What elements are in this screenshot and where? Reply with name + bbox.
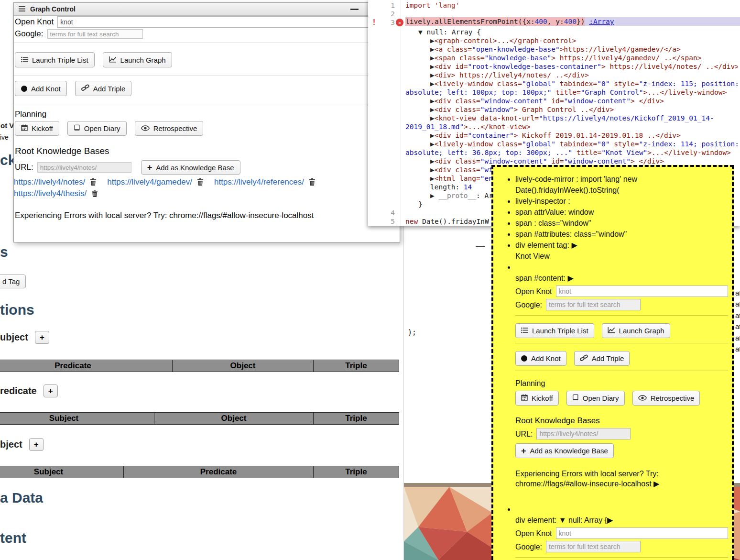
- code-token: ▼ null: Array {: [418, 28, 481, 36]
- inspector-line[interactable]: ▶<a class="open-knowledge-base">https://…: [405, 45, 738, 54]
- google-search-input[interactable]: [47, 29, 143, 39]
- code-line[interactable]: import 'lang': [405, 1, 740, 10]
- add-button[interactable]: +: [35, 331, 49, 344]
- retrospective-button[interactable]: Retrospective: [135, 121, 204, 136]
- trash-icon[interactable]: [309, 178, 316, 186]
- code-token: <div class=: [435, 166, 480, 174]
- error-x-icon[interactable]: ✕: [396, 19, 403, 26]
- code-token: ▶: [430, 37, 435, 44]
- open-knot-input[interactable]: [556, 527, 729, 539]
- inspector-line[interactable]: ▶<div class="window-content" id="window-…: [405, 97, 738, 105]
- add-knot-button[interactable]: Add Knot: [515, 351, 566, 366]
- calendar-icon: [21, 124, 28, 132]
- google-label: Google:: [515, 299, 542, 310]
- url-input[interactable]: [536, 428, 631, 439]
- add-triple-button[interactable]: Add Triple: [75, 81, 132, 96]
- clipped-text-fragment: at: [735, 345, 740, 353]
- inspector-line[interactable]: ▼ null: Array {: [405, 28, 738, 36]
- trash-icon[interactable]: [91, 190, 98, 198]
- code-token: "knowledge-base": [485, 54, 552, 62]
- inspector-line[interactable]: absolute; left: 36.8px; top: 300px; ..."…: [405, 148, 738, 157]
- url-input[interactable]: [37, 162, 131, 173]
- plus-icon: +: [147, 163, 152, 172]
- inspector-line[interactable]: 2019_01_18.md">...</knot-view>: [405, 122, 738, 131]
- retrospective-button[interactable]: Retrospective: [632, 391, 700, 406]
- button-label: Retrospective: [651, 394, 695, 402]
- circle-icon: [21, 86, 27, 92]
- line-number-gutter: ! ✕ 12345: [368, 0, 401, 226]
- inspector-line[interactable]: ▶<span class="knowledge-base"> https://l…: [405, 54, 738, 62]
- button-label: Retrospective: [153, 124, 197, 132]
- inspector-line[interactable]: ▶<div class="window"> Graph Control ..</…: [405, 105, 738, 114]
- code-token: <div class=: [435, 106, 480, 113]
- kickoff-button[interactable]: Kickoff: [15, 121, 59, 136]
- divider: [515, 343, 728, 343]
- code-token: 'lang': [430, 1, 459, 9]
- code-token: <knot-view data-knot-url=: [435, 114, 539, 122]
- code-token: "Graph Control": [581, 88, 643, 96]
- open-knot-input[interactable]: [556, 285, 729, 297]
- add-buttons-row: Add Knot Add Triple: [15, 81, 397, 96]
- google-row: Google:: [515, 541, 728, 552]
- knowledge-base-item: https://lively4/thesis/: [14, 189, 98, 198]
- code-token: "window-content": [480, 97, 547, 105]
- knowledge-base-link[interactable]: https://lively4/references/: [214, 177, 304, 187]
- code-line-highlighted[interactable]: lively.allElementsFromPoint({x:400, y:40…: [405, 17, 740, 26]
- add-button[interactable]: +: [29, 438, 44, 451]
- minimize-icon[interactable]: [476, 246, 485, 247]
- menu-icon[interactable]: [19, 5, 25, 13]
- trash-icon[interactable]: [197, 178, 204, 186]
- inspector-line[interactable]: ▶<lively-window class="global" tabindex=…: [405, 140, 738, 148]
- window-titlebar[interactable]: Graph Control: [14, 3, 400, 16]
- open-knot-input[interactable]: [57, 16, 397, 28]
- inspector-line[interactable]: ▶<graph-control>...</graph-control>: [405, 36, 738, 45]
- google-label: Google:: [15, 29, 44, 39]
- link-icon: [580, 354, 588, 363]
- code-token: >...</lively-window>: [647, 149, 731, 156]
- trash-icon[interactable]: [90, 178, 97, 186]
- code-token: "0": [597, 140, 609, 148]
- code-token: : Ar: [476, 192, 493, 199]
- add-button[interactable]: +: [44, 384, 58, 397]
- line-number: 2: [391, 10, 395, 18]
- add-knowledge-base-button[interactable]: + Add as Knowledge Base: [515, 443, 614, 458]
- inspector-line[interactable]: absolute; left: 100px; top: 100px;" titl…: [405, 88, 738, 97]
- knowledge-base-link[interactable]: https://lively4/notes/: [14, 177, 85, 187]
- result-annotation: :Array: [585, 17, 740, 26]
- overlay-item: span attrValue: window: [515, 207, 728, 218]
- launch-triple-list-button[interactable]: Launch Triple List: [515, 323, 594, 338]
- launch-graph-button[interactable]: Launch Graph: [602, 323, 670, 338]
- google-search-input[interactable]: [546, 541, 641, 552]
- launch-triple-list-button[interactable]: Launch Triple List: [15, 52, 95, 67]
- add-knot-button[interactable]: Add Knot: [15, 81, 67, 96]
- google-search-input[interactable]: [546, 299, 641, 310]
- inspector-line[interactable]: ▶<div id="root-knowledge-bases-container…: [405, 62, 738, 71]
- button-label: Add Triple: [93, 85, 126, 93]
- clipped-text-fragment: ive: [0, 134, 9, 141]
- error-highlighted-code[interactable]: lively.allElementsFromPoint({x:400, y:40…: [405, 17, 585, 26]
- open-diary-button[interactable]: Open Diary: [566, 391, 625, 406]
- launch-graph-button[interactable]: Launch Graph: [103, 52, 172, 67]
- kickoff-button[interactable]: Kickoff: [515, 391, 559, 406]
- inspector-line[interactable]: ▶<div class="window-content" id="window-…: [405, 157, 738, 165]
- open-knot-label: Open Knot: [515, 286, 552, 297]
- inspector-line[interactable]: ▶<div id="container"> Kickoff 2019.01.14…: [405, 131, 738, 140]
- add-knowledge-base-button[interactable]: + Add as Knowledge Base: [141, 160, 240, 175]
- array-result-link[interactable]: :Array: [589, 18, 614, 25]
- open-diary-button[interactable]: Open Diary: [67, 121, 127, 136]
- knowledge-base-link[interactable]: https://lively4/gamedev/: [107, 177, 192, 187]
- minimize-button[interactable]: [350, 9, 359, 10]
- add-triple-button[interactable]: Add Triple: [574, 351, 630, 366]
- inspector-line[interactable]: ▶<knot-view data-knot-url="https://livel…: [405, 114, 738, 122]
- clipped-text-fragment: tent: [0, 530, 26, 546]
- overlay-list: lively-code-mirror : import 'lang' new D…: [502, 174, 728, 560]
- clipped-text-fragment: ot V: [0, 122, 14, 130]
- table-header-cell: Predicate: [123, 466, 314, 478]
- add-tag-button-partial[interactable]: d Tag: [0, 275, 26, 288]
- button-label: Launch Graph: [120, 56, 166, 64]
- knowledge-base-link[interactable]: https://lively4/thesis/: [14, 189, 87, 198]
- inspector-line[interactable]: ▶<lively-window class="global" tabindex=…: [405, 79, 738, 88]
- inspector-line[interactable]: ▶<div> https://lively4/notes/ ..</div>: [405, 71, 738, 79]
- clipped-text-fragment: at: [735, 334, 740, 342]
- code-token: ▶: [430, 192, 438, 199]
